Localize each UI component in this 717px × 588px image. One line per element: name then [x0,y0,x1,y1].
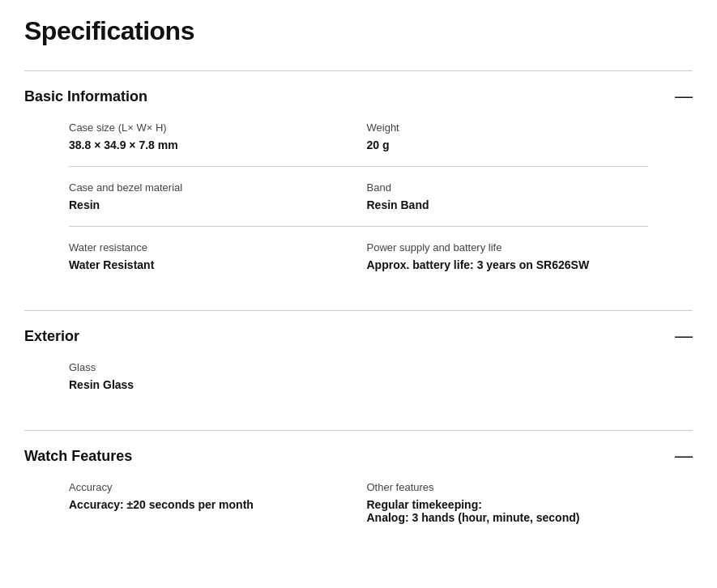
spec-label: Band [367,181,649,194]
collapse-icon-basic-information[interactable]: — [675,87,693,105]
spec-cell: Case and bezel materialResin [69,181,351,226]
sections-container: Basic Information—Case size (L× W× H)38.… [24,70,693,563]
spec-value: 38.8 × 34.9 × 7.8 mm [69,138,351,151]
spec-label: Other features [367,481,649,493]
spec-cell [351,361,649,406]
spec-value: Regular timekeeping: Analog: 3 hands (ho… [367,498,649,524]
spec-row: Case and bezel materialResinBandResin Ba… [69,181,648,226]
spec-value: Water Resistant [69,258,351,271]
spec-label: Case and bezel material [69,181,351,194]
spec-value: 20 g [367,138,649,151]
collapse-icon-watch-features[interactable]: — [675,447,693,465]
section-content-basic-information: Case size (L× W× H)38.8 × 34.9 × 7.8 mmW… [24,113,693,294]
spec-value: Resin Glass [69,378,351,391]
section-exterior: Exterior—GlassResin Glass [24,310,693,430]
spec-row: Case size (L× W× H)38.8 × 34.9 × 7.8 mmW… [69,121,648,166]
section-basic-information: Basic Information—Case size (L× W× H)38.… [24,70,693,310]
spec-divider [69,166,648,167]
section-title-exterior: Exterior [24,328,79,345]
page-container: Specifications Basic Information—Case si… [0,0,717,587]
spec-label: Accuracy [69,481,351,493]
spec-value: Resin [69,198,351,211]
spec-cell: Weight20 g [351,121,649,166]
page-title: Specifications [24,16,693,46]
section-header-watch-features[interactable]: Watch Features— [24,447,693,473]
spec-label: Glass [69,361,351,373]
spec-label: Case size (L× W× H) [69,121,351,134]
spec-cell: Power supply and battery lifeApprox. bat… [351,241,649,286]
section-header-exterior[interactable]: Exterior— [24,327,693,353]
spec-label: Weight [367,121,649,134]
spec-cell: Other featuresRegular timekeeping: Analo… [351,481,649,539]
spec-row: GlassResin Glass [69,361,648,406]
section-title-basic-information: Basic Information [24,88,147,105]
spec-cell: Case size (L× W× H)38.8 × 34.9 × 7.8 mm [69,121,351,166]
spec-value: Resin Band [367,198,649,211]
spec-value: Approx. battery life: 3 years on SR626SW [367,258,649,271]
section-content-watch-features: AccuracyAccuracy: ±20 seconds per monthO… [24,473,693,547]
section-header-basic-information[interactable]: Basic Information— [24,87,693,113]
spec-divider [69,226,648,227]
spec-cell: BandResin Band [351,181,649,226]
spec-cell: GlassResin Glass [69,361,351,406]
spec-cell: Water resistanceWater Resistant [69,241,351,286]
section-watch-features: Watch Features—AccuracyAccuracy: ±20 sec… [24,430,693,563]
section-title-watch-features: Watch Features [24,448,132,465]
section-content-exterior: GlassResin Glass [24,353,693,414]
spec-row: Water resistanceWater ResistantPower sup… [69,241,648,286]
spec-label: Water resistance [69,241,351,254]
collapse-icon-exterior[interactable]: — [675,327,693,345]
spec-value: Accuracy: ±20 seconds per month [69,498,351,511]
spec-label: Power supply and battery life [367,241,649,254]
spec-cell: AccuracyAccuracy: ±20 seconds per month [69,481,351,539]
spec-row: AccuracyAccuracy: ±20 seconds per monthO… [69,481,648,539]
